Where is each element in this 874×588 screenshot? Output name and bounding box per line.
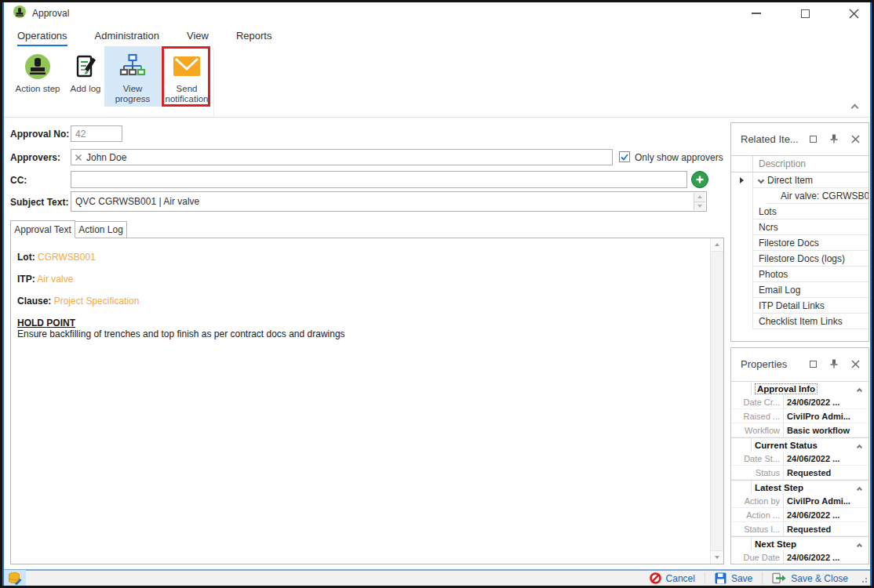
tree-row-label: Air valve: CGRWSB001 — [781, 191, 869, 201]
approvers-label: Approvers: — [10, 152, 60, 163]
toolbar-button-label: Action step — [16, 84, 60, 94]
approval-text-content: Lot: CGRWSB001 ITP: Air valve Clause: Pr… — [11, 238, 709, 564]
ribbon-tab-administration[interactable]: Administration — [95, 30, 159, 46]
collapse-group-icon[interactable] — [858, 382, 869, 396]
property-row[interactable]: Status l... Requested — [731, 522, 869, 536]
properties-grid: Approval Info Date Cr... 24/06/2022 ... … — [731, 381, 869, 564]
approval-text-editor[interactable]: Lot: CGRWSB001 ITP: Air valve Clause: Pr… — [10, 238, 724, 564]
approval-no-field[interactable] — [71, 125, 122, 142]
tree-row-checklist-item-links[interactable]: Checklist Item Links — [731, 314, 869, 329]
description-column-header[interactable]: Description — [753, 158, 806, 169]
tab-approval-text[interactable]: Approval Text — [10, 220, 75, 238]
related-items-caption: Related Ite... — [731, 123, 869, 147]
approver-name: John Doe — [86, 152, 126, 163]
only-show-approvers-checkbox[interactable] — [619, 151, 630, 162]
tab-action-log[interactable]: Action Log — [75, 221, 127, 238]
itp-line: ITP: Air valve — [17, 274, 703, 285]
maximize-icon[interactable] — [796, 5, 814, 21]
resize-grip[interactable] — [859, 575, 867, 583]
tree-row-label: Ncrs — [759, 222, 778, 233]
tree-row-label: Photos — [759, 269, 788, 280]
ribbon-tab-reports[interactable]: Reports — [236, 30, 272, 46]
ribbon-tab-operations[interactable]: Operations — [17, 30, 67, 46]
editor-scrollbar[interactable] — [710, 238, 723, 564]
approver-token: John Doe — [75, 152, 126, 163]
tree-row-direct-item[interactable]: Direct Item — [731, 172, 869, 188]
tree-row-label: ITP Detail Links — [759, 300, 825, 311]
property-row[interactable]: Action by CivilPro Admi... — [731, 494, 869, 508]
maximize-panel-icon[interactable] — [807, 358, 818, 369]
spin-down-icon[interactable] — [694, 201, 705, 211]
save-close-button[interactable]: Save & Close — [763, 570, 858, 586]
group-current-status[interactable]: Current Status — [731, 437, 869, 452]
pin-icon[interactable] — [828, 133, 839, 144]
scroll-down-icon[interactable] — [711, 550, 723, 564]
tree-row-label: Filestore Docs (logs) — [759, 253, 845, 264]
tree-row-label: Email Log — [759, 285, 800, 296]
property-row[interactable]: Due Date 24/06/2022 ... — [731, 550, 869, 564]
property-row[interactable]: Date Cr... 24/06/2022 ... — [731, 395, 869, 409]
close-panel-icon[interactable] — [850, 358, 861, 369]
lot-link[interactable]: CGRWSB001 — [38, 252, 96, 263]
database-edit-icon[interactable] — [4, 570, 26, 586]
org-chart-icon — [119, 52, 146, 82]
ribbon-group-separator — [213, 49, 214, 117]
tree-row-filestore-docs-logs[interactable]: Filestore Docs (logs) — [731, 251, 869, 267]
ribbon-tab-view[interactable]: View — [187, 30, 209, 46]
tree-row-label: Direct Item — [767, 175, 813, 186]
subject-text-value: QVC CGRWSB001 | Air valve — [75, 196, 199, 207]
collapse-node-icon[interactable] — [758, 176, 764, 183]
properties-panel: Properties Approval Info Date Cr... 24/0… — [730, 347, 869, 564]
collapse-group-icon[interactable] — [858, 481, 869, 495]
action-step-button[interactable]: Action step — [12, 46, 64, 107]
tree-row-lots[interactable]: Lots — [731, 204, 869, 220]
tree-row-email-log[interactable]: Email Log — [731, 282, 869, 298]
pin-icon[interactable] — [828, 358, 839, 369]
tree-row-label: Lots — [759, 206, 777, 217]
send-notification-button[interactable]: Send notification — [164, 46, 209, 107]
app-icon — [13, 5, 26, 21]
property-row[interactable]: Action ... 24/06/2022 ... — [731, 508, 869, 522]
approvers-field[interactable]: John Doe — [71, 149, 613, 165]
hold-point-text: Ensure backfilling of trenches and top f… — [17, 328, 703, 339]
view-progress-button[interactable]: View progress — [104, 46, 161, 107]
collapse-group-icon[interactable] — [858, 438, 869, 452]
remove-token-icon[interactable] — [75, 154, 82, 161]
notepad-pencil-icon — [72, 52, 99, 82]
tree-row-itp-detail-links[interactable]: ITP Detail Links — [731, 298, 869, 314]
close-icon[interactable] — [845, 5, 862, 21]
spin-up-icon[interactable] — [694, 193, 705, 201]
save-button[interactable]: Save — [705, 570, 762, 586]
toolbar-button-label: View progress — [104, 84, 161, 104]
add-cc-icon[interactable] — [691, 171, 708, 188]
tree-row-air-valve[interactable]: Air valve: CGRWSB001 — [731, 188, 869, 204]
cancel-button[interactable]: Cancel — [640, 570, 705, 586]
tree-row-filestore-docs[interactable]: Filestore Docs — [731, 235, 869, 251]
group-header-label: Approval Info — [755, 383, 818, 394]
close-panel-icon[interactable] — [850, 133, 861, 144]
group-latest-step[interactable]: Latest Step — [731, 480, 869, 494]
ribbon-divider — [4, 117, 870, 118]
property-row[interactable]: Date St... 24/06/2022 ... — [731, 452, 869, 466]
maximize-panel-icon[interactable] — [807, 133, 818, 144]
cc-field[interactable] — [71, 171, 687, 188]
collapse-group-icon[interactable] — [858, 537, 869, 551]
minimize-icon[interactable] — [748, 5, 765, 21]
tree-row-ncrs[interactable]: Ncrs — [731, 220, 869, 235]
save-icon — [715, 572, 727, 584]
subject-text-field[interactable]: QVC CGRWSB001 | Air valve — [71, 191, 707, 212]
collapse-ribbon-icon[interactable] — [852, 100, 858, 114]
scroll-up-icon[interactable] — [711, 238, 723, 252]
property-row[interactable]: Status Requested — [731, 466, 869, 480]
group-next-step[interactable]: Next Step — [731, 536, 869, 550]
save-label: Save — [731, 573, 752, 584]
add-log-button[interactable]: Add log — [67, 46, 104, 107]
lot-line: Lot: CGRWSB001 — [17, 252, 703, 263]
property-row[interactable]: Raised ... CivilPro Admi... — [731, 409, 869, 423]
group-approval-info[interactable]: Approval Info — [731, 381, 869, 395]
property-row[interactable]: Workflow Basic workflow — [731, 423, 869, 437]
itp-link[interactable]: Air valve — [37, 274, 73, 285]
tree-row-photos[interactable]: Photos — [731, 267, 869, 282]
clause-link[interactable]: Project Specification — [54, 296, 140, 307]
clause-label: Clause: — [17, 296, 51, 307]
